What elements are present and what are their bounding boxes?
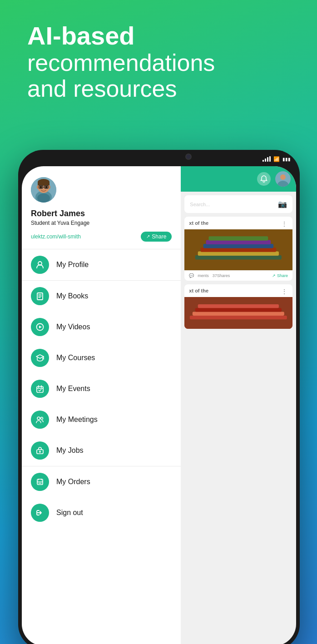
menu-label-events: My Events xyxy=(56,385,90,393)
share-icon: ↗ xyxy=(146,234,150,239)
battery-icon: ▮▮▮ xyxy=(282,157,291,162)
card1-image xyxy=(184,229,292,270)
menu-item-my-events[interactable]: My Events xyxy=(22,373,181,404)
videos-icon xyxy=(31,318,49,336)
header-line1: recommendations xyxy=(27,50,317,76)
svg-marker-19 xyxy=(39,326,42,328)
phone-screen: Robert James Student at Yuva Engage ulek… xyxy=(22,166,296,644)
app-topbar xyxy=(181,166,296,192)
card1-stats: 💬 ments 37Shares ↗ Share xyxy=(184,270,292,281)
svg-point-28 xyxy=(40,451,41,452)
signout-icon xyxy=(31,504,49,522)
status-bar: 📶 ▮▮▮ xyxy=(109,154,291,163)
svg-rect-44 xyxy=(198,304,279,308)
card1-shares: 37Shares xyxy=(213,273,230,278)
content-card-1: xt of the ⋮ xyxy=(184,217,292,281)
menu-item-my-videos[interactable]: My Videos xyxy=(22,312,181,342)
svg-rect-37 xyxy=(203,244,273,248)
menu-item-my-books[interactable]: My Books xyxy=(22,281,181,312)
drawer-panel: Robert James Student at Yuva Engage ulek… xyxy=(22,166,181,644)
avatar xyxy=(31,177,56,203)
header-bold: AI-based xyxy=(27,22,317,50)
menu-label-videos: My Videos xyxy=(56,323,90,331)
svg-point-31 xyxy=(280,174,286,180)
card1-title-row: xt of the ⋮ xyxy=(184,217,292,229)
menu-item-my-orders[interactable]: My Orders xyxy=(22,466,181,497)
svg-rect-34 xyxy=(195,255,282,260)
svg-point-8 xyxy=(40,186,42,188)
svg-rect-27 xyxy=(37,450,43,454)
svg-rect-5 xyxy=(38,182,50,186)
card2-title-row: xt of the ⋮ xyxy=(184,284,292,297)
menu-item-my-profile[interactable]: My Profile xyxy=(22,249,181,281)
phone-frame: 📶 ▮▮▮ xyxy=(18,150,300,644)
svg-rect-21 xyxy=(37,386,43,392)
meetings-icon xyxy=(31,411,49,429)
events-icon xyxy=(31,380,49,398)
signal-icon xyxy=(263,156,271,162)
search-bar[interactable]: Search... 📷 xyxy=(184,195,292,213)
bell-icon[interactable] xyxy=(257,172,271,186)
content-card-2: xt of the ⋮ xyxy=(184,284,292,329)
menu-list: My Profile My Books xyxy=(22,249,181,528)
courses-icon xyxy=(31,349,49,367)
svg-rect-38 xyxy=(206,240,271,245)
menu-label-orders: My Orders xyxy=(56,478,90,486)
menu-item-my-jobs[interactable]: My Jobs xyxy=(22,435,181,466)
svg-point-2 xyxy=(37,193,50,203)
card1-menu-icon[interactable]: ⋮ xyxy=(281,220,288,228)
profile-icon xyxy=(31,256,49,274)
user-subtitle: Student at Yuva Engage xyxy=(31,220,172,226)
card1-share-btn[interactable]: ↗ Share xyxy=(272,273,288,278)
menu-label-profile: My Profile xyxy=(56,261,89,269)
app-header: AI-based recommendations and resources xyxy=(0,0,317,102)
profile-link[interactable]: ulektz.com/will-smith xyxy=(31,233,81,240)
svg-point-26 xyxy=(41,417,43,419)
svg-rect-35 xyxy=(198,252,279,256)
svg-rect-41 xyxy=(190,316,287,319)
menu-label-meetings: My Meetings xyxy=(56,416,98,424)
share-button[interactable]: ↗ Share xyxy=(141,232,172,242)
jobs-icon xyxy=(31,441,49,460)
app-content: Search... 📷 xt of the ⋮ xyxy=(181,192,296,332)
user-info: Robert James Student at Yuva Engage xyxy=(31,207,172,228)
menu-label-books: My Books xyxy=(56,292,88,300)
svg-point-9 xyxy=(45,186,48,188)
phone-mockup: 📶 ▮▮▮ xyxy=(18,150,300,644)
svg-rect-39 xyxy=(209,236,268,241)
menu-item-sign-out[interactable]: Sign out xyxy=(22,497,181,528)
menu-label-jobs: My Jobs xyxy=(56,446,84,455)
avatar-container xyxy=(31,177,172,203)
svg-point-25 xyxy=(37,417,40,420)
user-name: Robert James xyxy=(31,209,172,219)
profile-link-row: ulektz.com/will-smith ↗ Share xyxy=(31,232,172,242)
menu-item-my-meetings[interactable]: My Meetings xyxy=(22,404,181,435)
card1-comments-icon: 💬 xyxy=(189,273,194,278)
wifi-icon: 📶 xyxy=(273,156,280,162)
card1-title: xt of the xyxy=(189,220,208,226)
svg-rect-42 xyxy=(193,312,284,316)
menu-label-signout: Sign out xyxy=(56,509,83,517)
topbar-avatar[interactable] xyxy=(275,171,291,187)
card2-menu-icon[interactable]: ⋮ xyxy=(281,288,288,295)
svg-rect-43 xyxy=(195,308,282,312)
header-line2: and resources xyxy=(27,76,317,102)
card2-image xyxy=(184,297,292,329)
card2-title: xt of the xyxy=(189,288,208,294)
books-icon xyxy=(31,287,49,305)
user-header: Robert James Student at Yuva Engage ulek… xyxy=(22,166,181,249)
menu-label-courses: My Courses xyxy=(56,354,95,362)
app-panel: Search... 📷 xt of the ⋮ xyxy=(181,166,296,644)
orders-icon xyxy=(31,473,49,491)
menu-item-my-courses[interactable]: My Courses xyxy=(22,342,181,373)
card1-comment-count: ments xyxy=(198,273,209,278)
share-arrow-icon: ↗ xyxy=(272,273,276,278)
camera-icon: 📷 xyxy=(278,200,287,208)
search-placeholder: Search... xyxy=(190,202,210,207)
svg-rect-36 xyxy=(201,248,276,252)
